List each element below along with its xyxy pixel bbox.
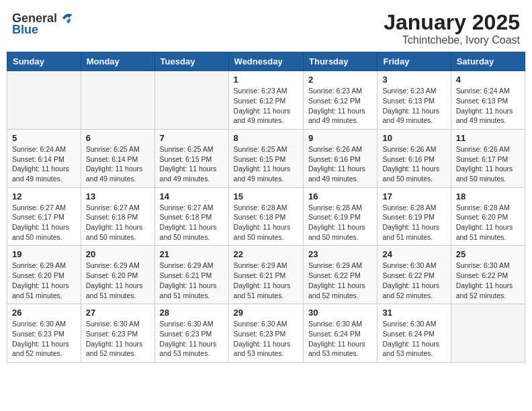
calendar-cell [7, 71, 81, 130]
calendar-table: SundayMondayTuesdayWednesdayThursdayFrid… [7, 52, 525, 363]
day-number: 11 [456, 133, 520, 143]
calendar-week-4: 19Sunrise: 6:29 AM Sunset: 6:20 PM Dayli… [7, 246, 525, 304]
day-number: 21 [160, 249, 224, 259]
day-info: Sunrise: 6:30 AM Sunset: 6:23 PM Dayligh… [12, 319, 76, 359]
day-info: Sunrise: 6:24 AM Sunset: 6:14 PM Dayligh… [12, 144, 76, 184]
day-info: Sunrise: 6:29 AM Sunset: 6:20 PM Dayligh… [12, 261, 76, 300]
calendar-cell [451, 304, 525, 363]
calendar-cell: 4Sunrise: 6:24 AM Sunset: 6:13 PM Daylig… [451, 71, 525, 130]
weekday-header-tuesday: Tuesday [154, 52, 228, 71]
day-number: 2 [308, 75, 372, 85]
calendar-cell: 15Sunrise: 6:28 AM Sunset: 6:18 PM Dayli… [228, 187, 303, 246]
day-info: Sunrise: 6:30 AM Sunset: 6:24 PM Dayligh… [308, 319, 372, 359]
calendar-cell: 30Sunrise: 6:30 AM Sunset: 6:24 PM Dayli… [304, 304, 378, 363]
day-number: 4 [456, 75, 520, 85]
day-number: 30 [308, 308, 372, 318]
day-info: Sunrise: 6:24 AM Sunset: 6:13 PM Dayligh… [456, 86, 520, 126]
day-number: 22 [234, 249, 298, 259]
calendar-cell: 31Sunrise: 6:30 AM Sunset: 6:24 PM Dayli… [378, 304, 451, 363]
weekday-header-monday: Monday [81, 52, 154, 71]
day-info: Sunrise: 6:29 AM Sunset: 6:22 PM Dayligh… [308, 261, 372, 300]
calendar-cell: 12Sunrise: 6:27 AM Sunset: 6:17 PM Dayli… [7, 187, 81, 246]
calendar-week-2: 5Sunrise: 6:24 AM Sunset: 6:14 PM Daylig… [7, 129, 525, 187]
day-info: Sunrise: 6:28 AM Sunset: 6:18 PM Dayligh… [234, 203, 298, 242]
day-number: 27 [86, 308, 150, 318]
calendar-cell: 26Sunrise: 6:30 AM Sunset: 6:23 PM Dayli… [7, 304, 81, 363]
weekday-header-saturday: Saturday [451, 52, 525, 71]
logo-icon [58, 11, 73, 26]
day-number: 6 [86, 133, 150, 143]
calendar-cell: 8Sunrise: 6:25 AM Sunset: 6:15 PM Daylig… [228, 129, 303, 187]
day-info: Sunrise: 6:28 AM Sunset: 6:19 PM Dayligh… [308, 203, 372, 242]
title-section: January 2025 Tchintchebe, Ivory Coast [384, 11, 520, 46]
logo: General Blue [12, 11, 73, 37]
day-info: Sunrise: 6:28 AM Sunset: 6:19 PM Dayligh… [382, 203, 445, 242]
calendar-cell: 25Sunrise: 6:30 AM Sunset: 6:22 PM Dayli… [451, 246, 525, 304]
day-number: 14 [160, 191, 224, 201]
day-number: 18 [456, 191, 520, 201]
location-title: Tchintchebe, Ivory Coast [384, 34, 520, 46]
calendar-cell: 9Sunrise: 6:26 AM Sunset: 6:16 PM Daylig… [304, 129, 378, 187]
calendar-cell: 22Sunrise: 6:29 AM Sunset: 6:21 PM Dayli… [228, 246, 303, 304]
day-info: Sunrise: 6:26 AM Sunset: 6:16 PM Dayligh… [382, 144, 445, 184]
calendar-week-5: 26Sunrise: 6:30 AM Sunset: 6:23 PM Dayli… [7, 304, 525, 363]
day-info: Sunrise: 6:29 AM Sunset: 6:21 PM Dayligh… [160, 261, 224, 300]
day-info: Sunrise: 6:27 AM Sunset: 6:17 PM Dayligh… [12, 203, 76, 242]
calendar-cell: 3Sunrise: 6:23 AM Sunset: 6:13 PM Daylig… [378, 71, 451, 130]
day-info: Sunrise: 6:30 AM Sunset: 6:23 PM Dayligh… [86, 319, 150, 359]
day-number: 9 [308, 133, 372, 143]
weekday-header-friday: Friday [378, 52, 451, 71]
calendar-cell: 27Sunrise: 6:30 AM Sunset: 6:23 PM Dayli… [81, 304, 154, 363]
day-number: 28 [160, 308, 224, 318]
calendar-week-1: 1Sunrise: 6:23 AM Sunset: 6:12 PM Daylig… [7, 71, 525, 130]
calendar-cell [154, 71, 228, 130]
page-header: General Blue January 2025 Tchintchebe, I… [7, 7, 525, 46]
day-info: Sunrise: 6:27 AM Sunset: 6:18 PM Dayligh… [160, 203, 224, 242]
day-info: Sunrise: 6:30 AM Sunset: 6:24 PM Dayligh… [382, 319, 445, 359]
calendar-cell: 17Sunrise: 6:28 AM Sunset: 6:19 PM Dayli… [378, 187, 451, 246]
calendar-cell: 20Sunrise: 6:29 AM Sunset: 6:20 PM Dayli… [81, 246, 154, 304]
day-info: Sunrise: 6:30 AM Sunset: 6:23 PM Dayligh… [160, 319, 224, 359]
calendar-cell: 21Sunrise: 6:29 AM Sunset: 6:21 PM Dayli… [154, 246, 228, 304]
day-number: 20 [86, 249, 150, 259]
day-number: 25 [456, 249, 520, 259]
calendar-cell: 14Sunrise: 6:27 AM Sunset: 6:18 PM Dayli… [154, 187, 228, 246]
calendar-cell: 19Sunrise: 6:29 AM Sunset: 6:20 PM Dayli… [7, 246, 81, 304]
calendar-cell: 23Sunrise: 6:29 AM Sunset: 6:22 PM Dayli… [304, 246, 378, 304]
day-number: 7 [160, 133, 224, 143]
day-number: 29 [234, 308, 298, 318]
calendar-cell: 1Sunrise: 6:23 AM Sunset: 6:12 PM Daylig… [228, 71, 303, 130]
calendar-cell: 18Sunrise: 6:28 AM Sunset: 6:20 PM Dayli… [451, 187, 525, 246]
month-title: January 2025 [384, 11, 520, 34]
day-number: 31 [382, 308, 445, 318]
day-info: Sunrise: 6:30 AM Sunset: 6:22 PM Dayligh… [456, 261, 520, 300]
day-number: 26 [12, 308, 76, 318]
day-info: Sunrise: 6:25 AM Sunset: 6:15 PM Dayligh… [234, 144, 298, 184]
day-info: Sunrise: 6:25 AM Sunset: 6:14 PM Dayligh… [86, 144, 150, 184]
day-info: Sunrise: 6:26 AM Sunset: 6:17 PM Dayligh… [456, 144, 520, 184]
calendar-cell: 2Sunrise: 6:23 AM Sunset: 6:12 PM Daylig… [304, 71, 378, 130]
day-number: 16 [308, 191, 372, 201]
day-info: Sunrise: 6:30 AM Sunset: 6:22 PM Dayligh… [382, 261, 445, 300]
day-number: 19 [12, 249, 76, 259]
day-info: Sunrise: 6:23 AM Sunset: 6:13 PM Dayligh… [382, 86, 445, 126]
day-number: 17 [382, 191, 445, 201]
day-info: Sunrise: 6:28 AM Sunset: 6:20 PM Dayligh… [456, 203, 520, 242]
day-info: Sunrise: 6:25 AM Sunset: 6:15 PM Dayligh… [160, 144, 224, 184]
day-info: Sunrise: 6:27 AM Sunset: 6:18 PM Dayligh… [86, 203, 150, 242]
day-info: Sunrise: 6:29 AM Sunset: 6:20 PM Dayligh… [86, 261, 150, 300]
calendar-cell: 10Sunrise: 6:26 AM Sunset: 6:16 PM Dayli… [378, 129, 451, 187]
day-info: Sunrise: 6:30 AM Sunset: 6:23 PM Dayligh… [234, 319, 298, 359]
day-number: 12 [12, 191, 76, 201]
day-number: 10 [382, 133, 445, 143]
day-info: Sunrise: 6:23 AM Sunset: 6:12 PM Dayligh… [234, 86, 298, 126]
day-number: 24 [382, 249, 445, 259]
calendar-cell: 29Sunrise: 6:30 AM Sunset: 6:23 PM Dayli… [228, 304, 303, 363]
day-number: 15 [234, 191, 298, 201]
weekday-header-sunday: Sunday [7, 52, 81, 71]
calendar-cell: 28Sunrise: 6:30 AM Sunset: 6:23 PM Dayli… [154, 304, 228, 363]
day-info: Sunrise: 6:23 AM Sunset: 6:12 PM Dayligh… [308, 86, 372, 126]
weekday-header-wednesday: Wednesday [228, 52, 303, 71]
calendar-week-3: 12Sunrise: 6:27 AM Sunset: 6:17 PM Dayli… [7, 187, 525, 246]
calendar-cell: 6Sunrise: 6:25 AM Sunset: 6:14 PM Daylig… [81, 129, 154, 187]
